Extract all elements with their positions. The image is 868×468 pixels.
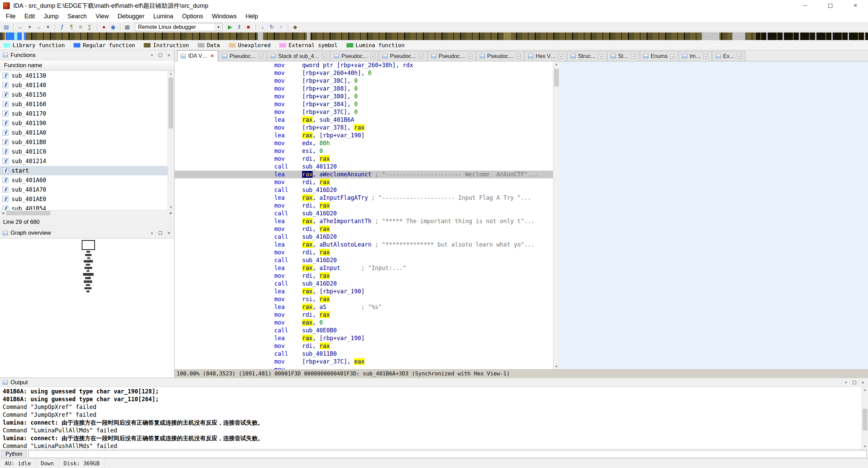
disasm-token[interactable]: rax (302, 265, 313, 271)
disasm-line[interactable]: mov rsi, rax (175, 295, 553, 303)
close-icon[interactable]: × (861, 380, 865, 385)
disasm-token[interactable]: call (274, 257, 302, 264)
trace-icon[interactable]: ◉ (109, 23, 117, 31)
tab-close-icon[interactable]: × (322, 54, 327, 59)
disasm-token[interactable]: rax (319, 179, 330, 186)
disasm-line[interactable]: mov (175, 366, 553, 369)
disasm-token[interactable]: mov (274, 148, 302, 154)
disasm-token[interactable]: [rbp+var_380], (302, 93, 354, 100)
python-input[interactable] (28, 450, 867, 458)
disasm-line[interactable]: mov qword ptr [rbp+var_260+38h], rdx (175, 61, 553, 69)
disasm-token[interactable]: , aWeclomeAnxunct (313, 171, 375, 178)
disasm-line[interactable]: call sub_416D20 (175, 210, 553, 217)
tab-close-icon[interactable]: × (468, 54, 472, 59)
chevron-down-icon[interactable]: ▼ (215, 23, 222, 31)
tab-ex[interactable]: Ex…× (712, 51, 746, 61)
disasm-token[interactable]: 0 (319, 319, 323, 326)
tab-hex-v[interactable]: Hex V…× (525, 51, 567, 61)
disasm-token[interactable]: rsi, (302, 296, 319, 303)
function-list-item[interactable]: fsub_401AE0 (0, 194, 174, 204)
disasm-token[interactable]: 0 (319, 148, 323, 154)
disasm-token[interactable]: ; "---------------------- Weclome AnXunC… (375, 171, 538, 178)
tab-close-icon[interactable]: × (631, 54, 636, 59)
tab-pseudoc[interactable]: Pseudoc…× (476, 51, 524, 61)
tab-stack-of-sub-4[interactable]: Stack of sub_4…× (267, 51, 330, 61)
disasm-line[interactable]: mov rdi, rax (175, 178, 553, 186)
tab-close-icon[interactable]: × (258, 54, 263, 59)
disasm-line[interactable]: lea rax, [rbp+var_190] (175, 132, 553, 139)
disasm-token[interactable]: lea (274, 132, 302, 139)
save-icon[interactable]: ▤ (2, 23, 11, 31)
function-list-item[interactable]: fsub_401130 (0, 71, 174, 80)
menu-item-edit[interactable]: Edit (20, 12, 39, 21)
disasm-token[interactable]: sub_416D20 (302, 210, 337, 217)
disasm-line[interactable]: mov [rbp+var_37C], eax (175, 358, 553, 366)
disasm-token[interactable]: rdi, (302, 202, 319, 209)
disasm-token[interactable]: rax (302, 304, 313, 310)
breakpoints-icon[interactable]: ● (100, 23, 108, 31)
disasm-line[interactable]: mov [rbp+var_380], 0 (175, 93, 553, 100)
disasm-token[interactable]: mov (274, 249, 302, 256)
function-list-item[interactable]: fsub_401160 (0, 99, 174, 109)
disasm-token[interactable]: sub_416D20 (302, 233, 337, 240)
disasm-line[interactable]: call sub_416D20 (175, 233, 553, 241)
debugger-stop-icon[interactable]: ■ (244, 23, 253, 31)
disasm-token[interactable]: ; "%s" (361, 304, 382, 310)
menu-item-search[interactable]: Search (63, 12, 91, 21)
disasm-token[interactable] (327, 304, 361, 310)
disasm-line[interactable]: call sub_401120 (175, 163, 553, 171)
disasm-line[interactable]: call sub_416D20 (175, 256, 553, 264)
disasm-token[interactable]: sub_40E0B0 (302, 327, 337, 334)
scrollbar-thumb[interactable] (6, 211, 50, 215)
disasm-token[interactable]: [rbp+var_37C], (302, 358, 354, 365)
disasm-token[interactable]: sub_4011B0 (302, 350, 337, 357)
disasm-token[interactable]: lea (274, 171, 302, 178)
disasm-line[interactable]: lea rax, aInputFlagATry ; "-------------… (175, 194, 553, 202)
disasm-token[interactable]: mov (274, 85, 302, 92)
attach-icon[interactable]: ◆ (291, 23, 299, 31)
tab-close-icon[interactable]: × (598, 54, 603, 59)
scroll-left-icon[interactable]: ◀ (0, 210, 6, 216)
disasm-token[interactable]: lea (274, 265, 302, 271)
tab-pseudoc[interactable]: Pseudoc…× (331, 51, 378, 61)
disasm-token[interactable]: rdi, (302, 179, 319, 186)
disasm-token[interactable]: , aInput (313, 265, 340, 271)
tab-pseudoc[interactable]: Pseudoc…× (379, 51, 427, 61)
disasm-token[interactable]: mov (274, 124, 302, 131)
disasm-line[interactable]: mov [rbp+var_37C], 0 (175, 108, 553, 116)
disasm-token[interactable]: , (313, 319, 319, 326)
tab-close-icon[interactable]: × (210, 54, 215, 58)
scroll-down-icon[interactable]: ▼ (168, 204, 174, 210)
disasm-token[interactable]: lea (274, 288, 302, 295)
disassembly-listing[interactable]: mov qword ptr [rbp+var_260+38h], rdxmov … (175, 61, 553, 369)
disasm-token[interactable]: [rbp+var_384], (302, 101, 354, 108)
forward-history-icon[interactable]: ▾ (44, 23, 52, 31)
debugger-selector[interactable]: Remote Linux debugger ▼ (135, 23, 222, 31)
disasm-token[interactable]: rdi, (302, 249, 319, 256)
scrollbar-thumb[interactable] (554, 69, 559, 86)
disasm-token[interactable]: rdi, (302, 155, 319, 162)
disasm-token[interactable]: rax (302, 194, 313, 201)
tab-close-icon[interactable]: × (370, 54, 375, 59)
disasm-token[interactable]: lea (274, 194, 302, 201)
disasm-token[interactable]: rdi, (302, 311, 319, 318)
navigate-forward-icon[interactable]: → (35, 23, 43, 31)
tab-close-icon[interactable]: × (419, 54, 424, 59)
disasm-token[interactable]: ; "Input:..." (361, 265, 406, 271)
disasm-token[interactable]: rax (302, 116, 313, 123)
disasm-token[interactable]: eax (302, 319, 313, 326)
function-list-item[interactable]: fsub_401A60 (0, 175, 174, 185)
enums-icon[interactable]: ∑ (85, 23, 94, 31)
close-icon[interactable]: × (166, 231, 171, 235)
disasm-token[interactable]: [rbp+var_378], (302, 124, 354, 131)
dock-menu-icon[interactable]: ▾ (150, 53, 154, 58)
tab-close-icon[interactable]: × (704, 54, 708, 59)
disasm-token[interactable]: mov (274, 358, 302, 365)
scroll-up-icon[interactable]: ▲ (168, 71, 174, 76)
disasm-token[interactable]: , aS (313, 304, 327, 310)
function-list-item[interactable]: fsub_401170 (0, 109, 174, 118)
disasm-token[interactable]: mov (274, 226, 302, 232)
graph-overview-minimap[interactable] (81, 240, 96, 294)
scrollbar-thumb[interactable] (169, 78, 173, 129)
menu-item-view[interactable]: View (91, 12, 113, 21)
